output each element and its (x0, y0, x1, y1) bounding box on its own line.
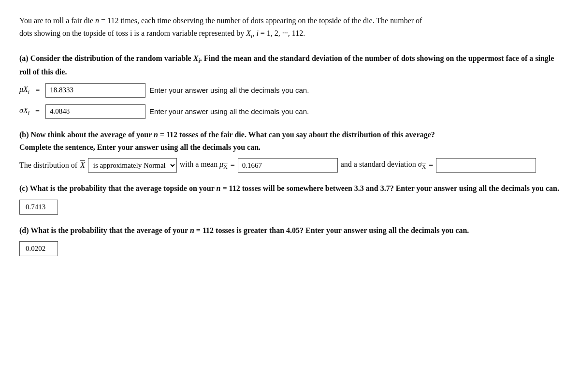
mu-row: μXi = 18.8333 Enter your answer using al… (19, 83, 561, 98)
section-d: (d) What is the probability that the ave… (19, 224, 561, 257)
mean-equals: = (231, 161, 235, 170)
intro-line2: dots showing on the topside of toss i is… (19, 29, 305, 37)
mu-label-text: μXi (19, 85, 29, 96)
intro-paragraph: You are to roll a fair die n = 112 times… (19, 15, 561, 41)
mu-equals: = (33, 86, 42, 95)
section-d-label: (d) What is the probability that the ave… (19, 224, 561, 237)
sigma-input[interactable]: 4.0848 (45, 104, 145, 119)
sigma-label-text: σXi (19, 106, 29, 117)
std-value-input[interactable] (436, 158, 536, 173)
d-answer: 0.0202 (19, 241, 58, 256)
with-mean-text: with a mean μX (180, 160, 228, 171)
intro-line1: You are to roll a fair die n = 112 times… (19, 16, 422, 25)
sigma-hint: Enter your answer using all the decimals… (149, 107, 309, 116)
std-label-text: and a standard deviation σX (341, 160, 426, 171)
section-d-answer-box: 0.0202 (19, 241, 561, 256)
mu-hint: Enter your answer using all the decimals… (149, 86, 309, 94)
section-a: (a) Consider the distribution of the ran… (19, 52, 561, 119)
distribution-dropdown[interactable]: is approximately Normalis exactly Normal… (88, 158, 177, 173)
dist-var: X (80, 161, 85, 170)
section-c: (c) What is the probability that the ave… (19, 182, 561, 215)
dist-prefix: The distribution of (19, 161, 77, 170)
section-c-answer-box: 0.7413 (19, 200, 561, 215)
section-c-label: (c) What is the probability that the ave… (19, 182, 561, 195)
std-equals: = (429, 161, 433, 170)
mean-value-input[interactable]: 0.1667 (238, 158, 338, 173)
section-b-label: (b) Now think about the average of your … (19, 129, 561, 153)
sigma-row: σXi = 4.0848 Enter your answer using all… (19, 104, 561, 119)
section-b: (b) Now think about the average of your … (19, 129, 561, 173)
c-answer: 0.7413 (19, 200, 58, 215)
mu-input[interactable]: 18.8333 (45, 83, 145, 98)
section-a-label: (a) Consider the distribution of the ran… (19, 52, 561, 78)
sigma-equals: = (33, 107, 42, 116)
distribution-sentence-row: The distribution of X is approximately N… (19, 158, 561, 173)
